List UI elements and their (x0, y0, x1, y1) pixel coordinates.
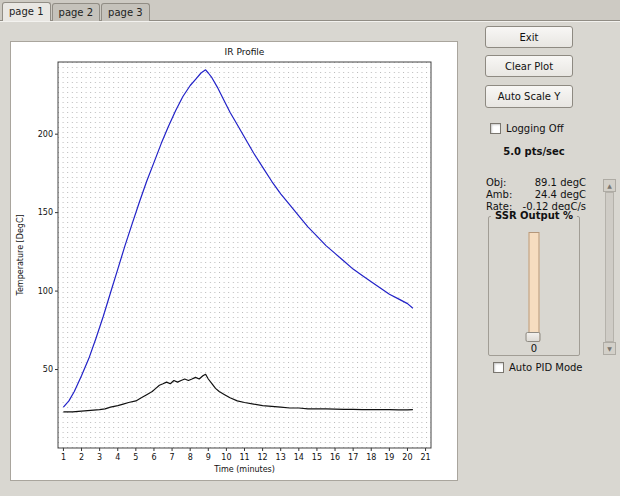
ssr-output-value: 0 (489, 343, 579, 354)
auto-pid-checkbox[interactable] (493, 362, 504, 373)
ssr-slider-trough[interactable] (529, 232, 540, 342)
y-axis-label: Temperature [DegC] (16, 214, 25, 296)
tab-page-3[interactable]: page 3 (101, 3, 150, 21)
logging-checkbox-label: Logging Off (506, 123, 564, 134)
auto-pid-checkbox-label: Auto PID Mode (509, 362, 583, 373)
chart-title: IR Profile (225, 47, 265, 57)
x-tick-label: 19 (384, 453, 394, 462)
scroll-up-arrow-icon[interactable]: ▲ (603, 179, 616, 192)
ir-profile-chart: 1234567891011121314151617181920215010015… (11, 42, 457, 480)
plot-grid (58, 62, 431, 448)
tab-bar: page 1page 2page 3 (0, 0, 620, 21)
x-tick-label: 11 (239, 453, 249, 462)
x-tick-label: 21 (420, 453, 430, 462)
readout-label: Amb: (486, 189, 512, 201)
readout-row: Amb:24.4 degC (486, 189, 586, 201)
x-tick-label: 18 (366, 453, 376, 462)
app-window: page 1page 2page 3 123456789101112131415… (0, 0, 620, 496)
x-tick-label: 1 (61, 453, 66, 462)
auto-scale-y-button[interactable]: Auto Scale Y (485, 85, 573, 108)
tab-page-1[interactable]: page 1 (2, 2, 51, 21)
x-tick-label: 9 (206, 453, 211, 462)
chart-figure: 1234567891011121314151617181920215010015… (10, 41, 458, 481)
readout-value: 89.1 degC (535, 177, 586, 189)
x-tick-label: 4 (115, 453, 120, 462)
x-tick-label: 10 (221, 453, 231, 462)
y-tick-label: 50 (43, 365, 53, 374)
temperature-readouts: Obj:89.1 degCAmb:24.4 degCRate:-0.12 deg… (486, 177, 586, 213)
x-tick-label: 13 (276, 453, 286, 462)
x-tick-label: 14 (294, 453, 304, 462)
x-tick-label: 7 (170, 453, 175, 462)
logging-checkbox[interactable] (490, 123, 501, 134)
x-tick-label: 16 (330, 453, 340, 462)
readout-label: Obj: (486, 177, 506, 189)
logging-checkbox-row[interactable]: Logging Off (490, 123, 564, 134)
readout-value: 24.4 degC (535, 189, 586, 201)
ssr-slider-handle[interactable] (526, 332, 541, 342)
sample-rate-label: 5.0 pts/sec (486, 146, 582, 157)
right-scrollbar[interactable]: ▲ ▼ (603, 179, 616, 355)
y-tick-label: 150 (38, 208, 53, 217)
x-tick-label: 20 (402, 453, 412, 462)
x-tick-label: 15 (312, 453, 322, 462)
x-tick-label: 17 (348, 453, 358, 462)
readout-row: Obj:89.1 degC (486, 177, 586, 189)
x-axis-label: Time (minutes) (213, 465, 275, 474)
clear-plot-button[interactable]: Clear Plot (485, 55, 573, 77)
ssr-output-frame-label: SSR Output % (491, 210, 577, 221)
ssr-output-frame: SSR Output % 0 (488, 216, 580, 356)
x-tick-label: 12 (258, 453, 268, 462)
auto-pid-checkbox-row[interactable]: Auto PID Mode (493, 362, 583, 373)
y-tick-label: 100 (38, 287, 53, 296)
scrollbar-trough[interactable] (605, 192, 614, 342)
y-tick-label: 200 (38, 130, 53, 139)
x-tick-label: 5 (133, 453, 138, 462)
exit-button[interactable]: Exit (485, 26, 573, 48)
tab-page-2[interactable]: page 2 (52, 3, 101, 21)
x-tick-label: 8 (188, 453, 193, 462)
x-tick-label: 6 (151, 453, 156, 462)
scroll-down-arrow-icon[interactable]: ▼ (603, 342, 616, 355)
x-tick-label: 2 (79, 453, 84, 462)
x-tick-label: 3 (97, 453, 102, 462)
